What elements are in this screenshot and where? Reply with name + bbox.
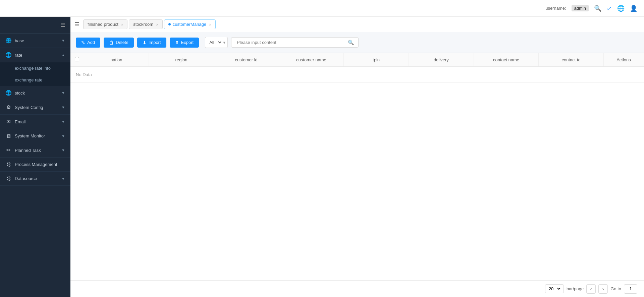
sidebar-item-exchange-rate-info[interactable]: exchange rate info <box>0 62 70 74</box>
sidebar-item-process-management[interactable]: ⛓ Process Management <box>0 158 70 172</box>
toolbar: ✎ Add 🗑 Delete ⬇ Import ⬆ Export All ▼ <box>70 32 644 53</box>
sidebar-toggle-icon[interactable]: ☰ <box>60 22 65 28</box>
search-input[interactable] <box>234 38 346 47</box>
filter-select-wrap[interactable]: All ▼ <box>205 37 228 48</box>
col-actions: Actions <box>604 53 644 67</box>
col-contact-te: contact te <box>539 53 604 67</box>
username-label: username: <box>545 6 566 11</box>
page-size-select[interactable]: 20 50 100 <box>547 286 561 292</box>
fullscreen-icon[interactable]: ⤢ <box>607 5 612 12</box>
import-icon: ⬇ <box>143 40 147 45</box>
sidebar-system-monitor-label: System Monitor <box>15 133 45 138</box>
sidebar-planned-task-label: Planned Task <box>15 148 41 153</box>
system-config-chevron-icon: ▼ <box>61 105 65 109</box>
sidebar-item-stock[interactable]: 🌐 stock ▼ <box>0 86 70 100</box>
select-all-checkbox[interactable] <box>75 57 79 61</box>
add-label: Add <box>87 40 95 45</box>
col-contact-name: contact name <box>474 53 539 67</box>
rate-icon: 🌐 <box>5 52 11 58</box>
tab-customer-manage[interactable]: customerManage × <box>164 19 216 29</box>
base-icon: 🌐 <box>5 38 11 44</box>
sidebar-email-label: Email <box>15 119 26 124</box>
col-tpin: tpin <box>344 53 409 67</box>
import-button[interactable]: ⬇ Import <box>137 38 166 48</box>
prev-page-button[interactable]: ‹ <box>586 284 596 294</box>
col-nation: nation <box>84 53 149 67</box>
bar-page-label: bar/page <box>567 286 584 291</box>
no-data-cell: No Data <box>70 67 644 83</box>
base-chevron-icon: ▼ <box>61 39 65 43</box>
datasource-icon: ⛓ <box>5 176 11 181</box>
page-size-select-wrap[interactable]: 20 50 100 <box>545 284 564 293</box>
goto-input[interactable] <box>624 284 637 294</box>
goto-label: Go to <box>610 286 621 291</box>
sidebar-rate-label: rate <box>15 53 22 58</box>
system-config-icon: ⚙ <box>5 104 11 110</box>
tab-stockroom-close[interactable]: × <box>156 22 158 26</box>
process-management-icon: ⛓ <box>5 162 11 167</box>
table-container: nation region customer id customer name … <box>70 53 644 280</box>
tab-finished-product-close[interactable]: × <box>121 22 123 26</box>
data-table: nation region customer id customer name … <box>70 53 644 83</box>
tab-customer-manage-label: customerManage <box>173 22 206 27</box>
sidebar-item-exchange-rate[interactable]: exchange rate <box>0 74 70 86</box>
sidebar-system-config-label: System Config <box>15 105 43 110</box>
email-icon: ✉ <box>5 119 11 125</box>
tabs-menu-icon[interactable]: ☰ <box>74 21 79 27</box>
filter-chevron-icon: ▼ <box>222 41 226 45</box>
datasource-chevron-icon: ▼ <box>61 177 65 181</box>
delete-button[interactable]: 🗑 Delete <box>104 38 134 48</box>
sidebar-item-rate[interactable]: 🌐 rate ▲ <box>0 48 70 62</box>
rate-submenu: exchange rate info exchange rate <box>0 62 70 86</box>
sidebar-process-management-label: Process Management <box>15 162 57 167</box>
sidebar-item-email[interactable]: ✉ Email ▼ <box>0 115 70 129</box>
delete-label: Delete <box>116 40 128 45</box>
user-icon[interactable]: 👤 <box>630 5 637 12</box>
sidebar-logo-area: ☰ <box>0 17 70 34</box>
tab-active-dot <box>168 23 171 25</box>
col-customer-name: customer name <box>279 53 344 67</box>
tab-stockroom-label: stockroom <box>133 22 153 27</box>
sidebar-stock-label: stock <box>15 91 25 96</box>
add-button[interactable]: ✎ Add <box>76 38 100 48</box>
sidebar-datasource-label: Datasource <box>15 176 37 181</box>
tab-customer-manage-close[interactable]: × <box>209 22 211 26</box>
username-value: admin <box>572 5 589 11</box>
system-monitor-chevron-icon: ▼ <box>61 134 65 138</box>
sidebar-item-system-config[interactable]: ⚙ System Config ▼ <box>0 100 70 115</box>
rate-chevron-icon: ▲ <box>61 53 65 57</box>
main-layout: ☰ 🌐 base ▼ 🌐 rate ▲ exchange rate info e… <box>0 17 644 297</box>
next-page-button[interactable]: › <box>598 284 608 294</box>
header-right: username: admin 🔍 ⤢ 🌐 👤 <box>545 5 637 12</box>
stock-chevron-icon: ▼ <box>61 91 65 95</box>
sidebar: ☰ 🌐 base ▼ 🌐 rate ▲ exchange rate info e… <box>0 17 70 297</box>
planned-task-icon: ✂ <box>5 147 11 153</box>
export-button[interactable]: ⬆ Export <box>170 38 199 48</box>
translate-icon[interactable]: 🌐 <box>617 5 625 12</box>
sidebar-item-base[interactable]: 🌐 base ▼ <box>0 34 70 48</box>
export-icon: ⬆ <box>175 40 179 45</box>
no-data-row: No Data <box>70 67 644 83</box>
sidebar-item-datasource[interactable]: ⛓ Datasource ▼ <box>0 172 70 186</box>
search-input-wrap: 🔍 <box>231 37 359 48</box>
tabs-bar: ☰ finished product × stockroom × custome… <box>70 17 644 32</box>
search-icon[interactable]: 🔍 <box>594 5 601 12</box>
top-header: username: admin 🔍 ⤢ 🌐 👤 <box>0 0 644 17</box>
add-icon: ✎ <box>81 40 85 45</box>
tab-stockroom[interactable]: stockroom × <box>129 19 162 29</box>
email-chevron-icon: ▼ <box>61 120 65 124</box>
tab-finished-product-label: finished product <box>88 22 118 27</box>
import-label: Import <box>149 40 161 45</box>
delete-icon: 🗑 <box>109 40 114 45</box>
col-delivery: delivery <box>409 53 474 67</box>
sidebar-base-label: base <box>15 38 24 43</box>
sidebar-item-planned-task[interactable]: ✂ Planned Task ▼ <box>0 143 70 158</box>
sidebar-item-system-monitor[interactable]: 🖥 System Monitor ▼ <box>0 129 70 143</box>
search-button[interactable]: 🔍 <box>346 38 356 47</box>
tab-finished-product[interactable]: finished product × <box>83 19 127 29</box>
exchange-rate-label: exchange rate <box>15 77 42 82</box>
exchange-rate-info-label: exchange rate info <box>15 66 51 71</box>
filter-select[interactable]: All <box>205 37 222 48</box>
pagination: 20 50 100 bar/page ‹ › Go to <box>70 280 644 297</box>
col-region: region <box>149 53 214 67</box>
